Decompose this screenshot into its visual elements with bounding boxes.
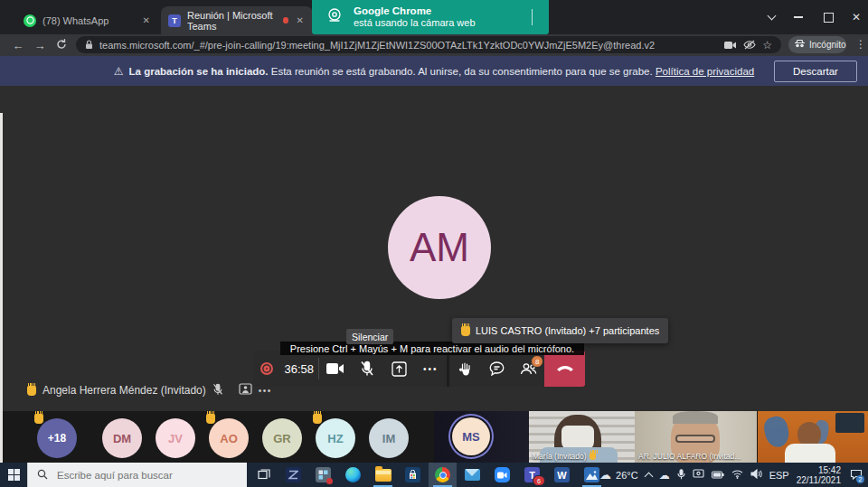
start-button[interactable] (0, 463, 28, 487)
raise-hand-button[interactable] (449, 351, 481, 387)
app-icon-mail[interactable] (458, 463, 486, 487)
task-view-button[interactable] (250, 463, 278, 487)
recording-indicator-icon (253, 351, 279, 387)
eye-blocked-icon[interactable] (743, 40, 756, 50)
url-text: teams.microsoft.com/_#/pre-join-calling/… (99, 40, 718, 51)
participant-avatar[interactable]: JV (156, 418, 195, 458)
taskbar-search[interactable] (27, 463, 247, 487)
share-screen-button[interactable] (382, 351, 414, 387)
privacy-policy-link[interactable]: Política de privacidad (656, 66, 754, 77)
tray-expand-icon[interactable] (644, 472, 653, 481)
incognito-icon (794, 39, 806, 51)
raised-hand-icon (206, 414, 215, 424)
bookmark-star-icon[interactable]: ☆ (762, 39, 772, 52)
window-close-button[interactable]: ✕ (846, 7, 866, 27)
tab-label: (78) WhatsApp (42, 15, 108, 26)
chrome-menu-icon[interactable]: ⋮ (855, 38, 866, 51)
video-thumbnail[interactable]: María (Invitado) (529, 411, 635, 463)
teams-icon: T (168, 14, 181, 27)
app-icon-chrome-active[interactable] (429, 463, 457, 487)
tab-teams[interactable]: T Reunión | Microsoft Teams ✕ (161, 6, 313, 34)
video-label: AR. JULIO ALFARO (Invitad... (638, 452, 741, 461)
onedrive-icon[interactable]: ☁ (659, 469, 670, 482)
tab-close-icon[interactable]: ✕ (295, 14, 306, 27)
unmute-hint: Presione Ctrl + Mayús + M para reactivar… (280, 342, 584, 355)
dismiss-button[interactable]: Descartar (774, 61, 857, 82)
participant-avatar[interactable]: +18 (37, 418, 77, 458)
volume-icon[interactable] (750, 469, 762, 481)
app-icon-scanner[interactable] (279, 463, 307, 487)
raised-hand-icon (34, 414, 43, 424)
more-options-button[interactable]: ••• (415, 351, 447, 387)
search-icon (37, 467, 48, 483)
hang-up-button[interactable] (544, 351, 585, 387)
call-control-bar: 36:58 ••• (253, 351, 585, 387)
address-bar[interactable]: teams.microsoft.com/_#/pre-join-calling/… (76, 36, 781, 53)
toast-subtitle: está usando la cámara web (354, 17, 476, 30)
app-icon-edge[interactable] (339, 463, 367, 487)
cast-display-icon[interactable] (693, 469, 704, 481)
video-thumbnail[interactable]: AR. JULIO ALFARO (Invitad... (635, 411, 757, 463)
avatar-initials: MS (462, 430, 480, 444)
action-center-button[interactable]: 2 (850, 469, 863, 482)
incognito-label: Incógnito (809, 40, 846, 50)
tab-recording-indicator (283, 17, 288, 23)
tab-whatsapp[interactable]: (78) WhatsApp ✕ (16, 6, 159, 34)
avatar-initials: AO (220, 432, 238, 445)
mic-muted-button[interactable] (351, 351, 382, 387)
app-icon-teams[interactable]: T 6 (518, 463, 546, 487)
forward-icon[interactable]: → (29, 39, 51, 52)
tab-search-chevron-icon[interactable] (761, 7, 781, 27)
taskbar-clock[interactable]: 15:42 22/11/2021 (797, 465, 841, 485)
webcam-icon (325, 5, 344, 29)
raised-hand-icon (27, 386, 36, 396)
video-label-text: María (Invitado) (533, 452, 587, 461)
mic-muted-icon (212, 383, 223, 398)
search-input[interactable] (55, 469, 222, 482)
video-thumbnail[interactable] (758, 411, 868, 463)
participant-strip: +18 DM JV AO GR HZ IM MS (0, 411, 868, 463)
video-label: María (Invitado) (533, 452, 596, 461)
participant-avatar[interactable]: DM (102, 418, 142, 458)
camera-toggle-button[interactable] (319, 351, 351, 387)
app-icon-with-notification[interactable] (309, 463, 337, 487)
toast-title: Google Chrome (354, 5, 476, 17)
wifi-icon[interactable] (731, 470, 743, 481)
self-more-options-icon[interactable]: ••• (259, 386, 272, 396)
participant-avatar[interactable]: AO (209, 418, 249, 458)
meeting-stage: AM LUIS CASTRO (Invitado) +7 participant… (0, 86, 868, 411)
avatar-initials: +18 (48, 432, 66, 445)
participant-avatar[interactable]: HZ (316, 418, 355, 458)
banner-text: Esta reunión se está grabando. Al unirse… (271, 66, 653, 77)
mute-tooltip: Silenciar (346, 329, 393, 344)
page-edge-sliver (0, 113, 3, 463)
speaking-participant-zone: MS (434, 411, 529, 463)
back-icon[interactable]: ← (7, 39, 29, 52)
participants-tooltip: LUIS CASTRO (Invitado) +7 participantes (452, 318, 668, 343)
app-icon-file-explorer[interactable] (369, 463, 397, 487)
window-minimize-button[interactable] (788, 7, 808, 27)
participant-avatar[interactable]: MS (452, 417, 490, 455)
app-icon-word[interactable]: W (548, 463, 576, 487)
app-icon-zoom[interactable] (488, 463, 516, 487)
microphone-tray-icon[interactable] (677, 469, 685, 482)
call-timer: 36:58 (279, 362, 318, 376)
camera-access-icon[interactable] (724, 41, 737, 50)
app-icon-store[interactable] (399, 463, 427, 487)
teams-badge: 6 (533, 475, 545, 486)
weather-widget[interactable]: ☁ 26°C (599, 468, 638, 482)
clock-date: 22/11/2021 (797, 475, 841, 485)
language-indicator[interactable]: ESP (769, 470, 789, 481)
chat-button[interactable] (481, 351, 513, 387)
windows-logo-icon (8, 469, 20, 481)
participant-avatar[interactable]: IM (369, 418, 409, 458)
tab-close-icon[interactable]: ✕ (141, 14, 152, 27)
toast-expand-chevron-icon[interactable] (532, 9, 533, 25)
participants-button[interactable]: 8 (513, 351, 544, 387)
participant-avatar[interactable]: GR (262, 418, 302, 458)
reload-icon[interactable] (51, 39, 72, 52)
pin-participant-icon[interactable] (239, 383, 252, 398)
camera-permission-toast[interactable]: Google Chrome está usando la cámara web (312, 0, 549, 34)
battery-icon[interactable] (712, 470, 724, 481)
window-maximize-button[interactable] (818, 7, 838, 27)
